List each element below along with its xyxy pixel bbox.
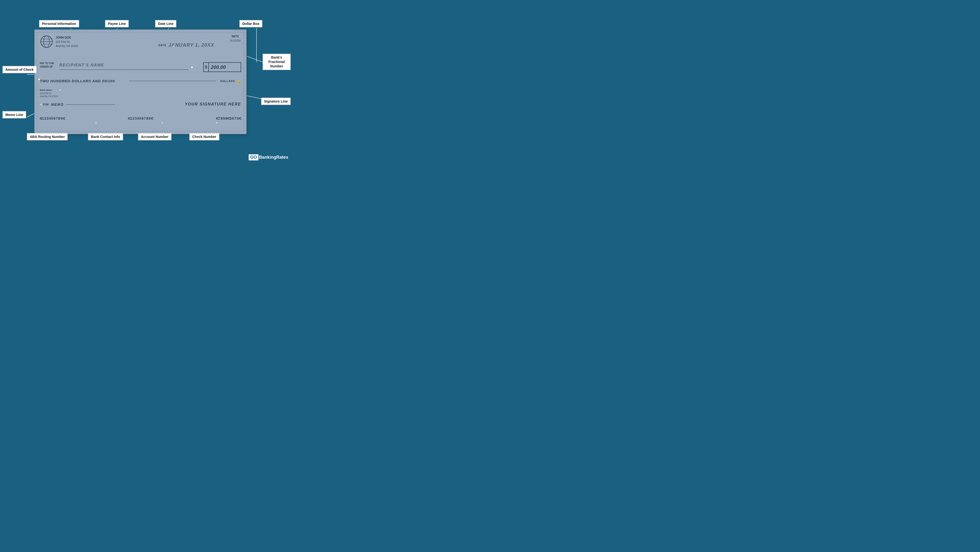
written-amount-section: TWO HUNDRED DOLLARS AND 00/100 DOLLARS 🔒: [40, 79, 241, 83]
logo-go: GO: [249, 154, 258, 160]
date-dot: [173, 45, 175, 47]
signature-line-label: Signature Line: [261, 98, 291, 105]
globe-icon: [40, 35, 53, 48]
bank-contact-info-label: Bank Contact Info: [88, 133, 123, 140]
dollar-amount-dot: [191, 66, 193, 68]
date-line-label: Date Line: [155, 20, 177, 27]
payee-underline: [59, 70, 189, 70]
personal-information-label: Personal Information: [39, 20, 79, 27]
owner-info: JOHN DOE 123 First St. AnyCity, US 10101: [56, 35, 78, 48]
go-banking-rates-logo: GO BankingRates: [249, 154, 288, 160]
check-number-bottom-dot: [216, 122, 218, 124]
micr-line: ⑆123456789⑆ ⑆123456789⑆ ⑆7890⑆5673⑆: [40, 117, 241, 121]
banks-fractional-number-label: Bank's Fractional Number: [262, 54, 291, 70]
logo-banking-rates: BankingRates: [259, 155, 288, 160]
micr-routing: ⑆123456789⑆: [40, 117, 65, 121]
memo-sig-section: FOR MEMO YOUR SIGNATURE HERE: [40, 102, 241, 106]
amount-of-check-label: Amount of Check: [2, 66, 37, 73]
dollar-box-label: Dollar Box: [239, 20, 262, 27]
routing-dot: [95, 122, 97, 124]
memo-dot: [40, 103, 42, 105]
aba-routing-label: ABA Routing Number: [27, 133, 68, 140]
date-section: DATE JANUARY 1, 20XX: [158, 42, 214, 48]
check-number-label: Check Number: [189, 133, 220, 140]
dollar-box: $ 200.00: [203, 62, 241, 72]
pay-to-label: PAY TO THE ORDER OF: [40, 62, 54, 68]
micr-account: ⑆123456789⑆: [128, 117, 153, 121]
personal-info-section: JOHN DOE 123 First St. AnyCity, US 10101: [40, 35, 78, 48]
bank-info-dot: [59, 89, 61, 91]
lock-icon: 🔒: [237, 79, 241, 83]
account-dot: [161, 122, 164, 124]
payee-name: RECIPIENT'S NAME: [59, 63, 104, 67]
memo-area: FOR MEMO: [40, 103, 115, 106]
payee-line-label: Payee Line: [105, 20, 129, 27]
check-number-display: 5673 19-2/1250: [230, 35, 240, 43]
micr-check-number: ⑆7890⑆5673⑆: [216, 117, 241, 121]
account-number-label: Account Number: [138, 133, 172, 140]
memo-line-label: Memo Line: [2, 111, 26, 118]
written-amount-dot: [38, 78, 40, 81]
check: 5673 19-2/1250 JOHN DOE 123 First St. An…: [34, 29, 247, 134]
bank-info-area: Bank Name 123 First St. AnyCity, US 1010…: [40, 89, 58, 98]
